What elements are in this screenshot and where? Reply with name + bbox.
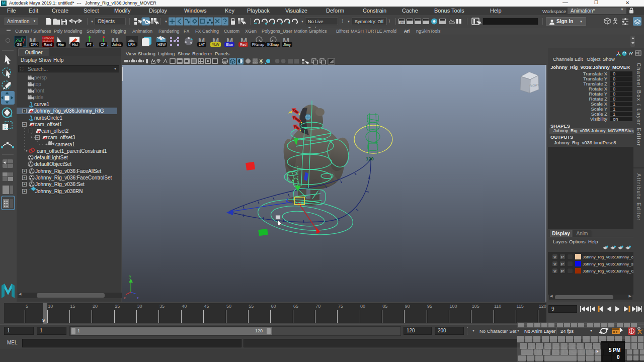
svg-text:z: z <box>286 197 288 203</box>
svg-text:IPR: IPR <box>400 21 405 24</box>
svg-text:120: 120 <box>366 156 374 161</box>
svg-text:y: y <box>129 275 131 279</box>
svg-text:T: T <box>214 60 216 63</box>
svg-text:x: x <box>124 296 126 300</box>
svg-text:z: z <box>137 296 139 300</box>
